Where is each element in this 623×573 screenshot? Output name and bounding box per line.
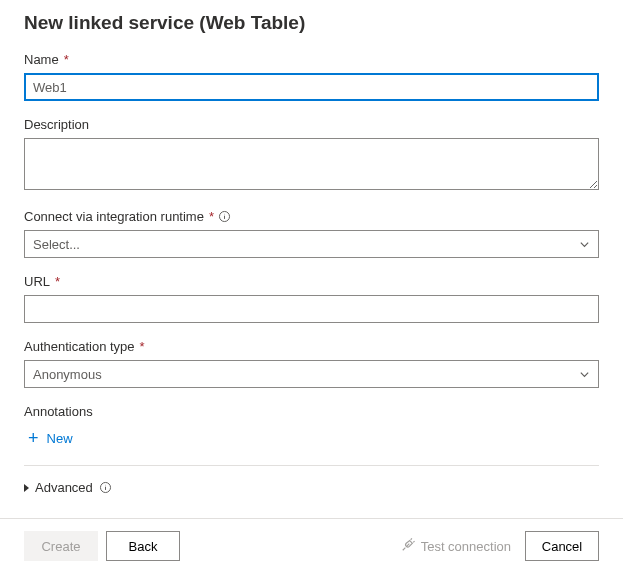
test-connection-label: Test connection [421, 539, 511, 554]
runtime-field: Connect via integration runtime * Select… [24, 209, 599, 258]
page-title: New linked service (Web Table) [24, 12, 599, 34]
runtime-label: Connect via integration runtime [24, 209, 204, 224]
url-input[interactable] [24, 295, 599, 323]
description-input[interactable] [24, 138, 599, 190]
required-mark: * [55, 274, 60, 289]
required-mark: * [209, 209, 214, 224]
add-annotation-button[interactable]: + New [24, 429, 73, 447]
auth-field: Authentication type * Anonymous [24, 339, 599, 388]
url-label: URL [24, 274, 50, 289]
divider [24, 465, 599, 466]
info-icon[interactable] [99, 481, 112, 494]
triangle-right-icon [24, 484, 29, 492]
annotations-label: Annotations [24, 404, 93, 419]
svg-point-5 [105, 485, 106, 486]
footer: Create Back Test connection Cancel [0, 518, 623, 573]
name-label: Name [24, 52, 59, 67]
auth-select[interactable]: Anonymous [24, 360, 599, 388]
back-button[interactable]: Back [106, 531, 180, 561]
required-mark: * [64, 52, 69, 67]
chevron-down-icon [579, 369, 590, 380]
advanced-label: Advanced [35, 480, 93, 495]
svg-point-2 [224, 214, 225, 215]
runtime-selected-value: Select... [33, 237, 80, 252]
create-button: Create [24, 531, 98, 561]
cancel-button[interactable]: Cancel [525, 531, 599, 561]
plug-icon [401, 538, 415, 555]
add-annotation-label: New [47, 431, 73, 446]
description-field: Description [24, 117, 599, 193]
name-input[interactable] [24, 73, 599, 101]
name-field: Name * [24, 52, 599, 101]
advanced-expander[interactable]: Advanced [24, 476, 112, 499]
url-field: URL * [24, 274, 599, 323]
test-connection-button: Test connection [395, 538, 517, 555]
runtime-select[interactable]: Select... [24, 230, 599, 258]
annotations-field: Annotations + New [24, 404, 599, 457]
info-icon[interactable] [218, 210, 231, 223]
required-mark: * [140, 339, 145, 354]
chevron-down-icon [579, 239, 590, 250]
plus-icon: + [28, 429, 39, 447]
auth-selected-value: Anonymous [33, 367, 102, 382]
description-label: Description [24, 117, 89, 132]
auth-label: Authentication type [24, 339, 135, 354]
